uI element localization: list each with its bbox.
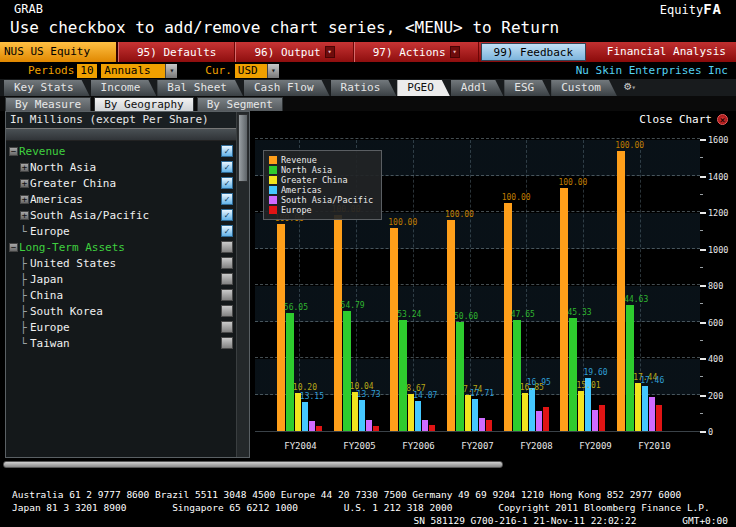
- tree-item-label: Taiwan: [30, 337, 70, 350]
- bar-europe: [486, 420, 492, 431]
- y-axis-label: 1000: [708, 245, 728, 255]
- menu-bar: NUS US Equity 95) Defaults96) Output▾97)…: [0, 42, 736, 62]
- horizontal-scrollbar[interactable]: [3, 461, 503, 468]
- menu-button-95-defaults[interactable]: 95) Defaults: [118, 42, 235, 62]
- menu-button-label: 95) Defaults: [137, 46, 216, 59]
- collapse-icon[interactable]: −: [9, 243, 18, 252]
- tree-item-china[interactable]: ├China: [6, 287, 236, 303]
- tab-addl[interactable]: Addl: [451, 80, 504, 96]
- y-axis-tick: 0: [700, 427, 713, 437]
- currency-select[interactable]: USD: [235, 64, 267, 78]
- chevron-down-icon[interactable]: ▾: [267, 64, 279, 78]
- menu-button-label: 99) Feedback: [494, 46, 573, 59]
- expand-icon[interactable]: +: [20, 211, 29, 220]
- chevron-down-icon[interactable]: ▾: [450, 46, 460, 58]
- x-axis-label: FY2006: [389, 441, 448, 451]
- instruction-message: Use checkbox to add/remove chart series,…: [0, 16, 736, 42]
- checkbox-south-korea[interactable]: [221, 305, 233, 317]
- ticker-input[interactable]: NUS US Equity: [0, 42, 118, 62]
- expand-icon[interactable]: +: [20, 163, 29, 172]
- menu-button-97-actions[interactable]: 97) Actions▾: [354, 42, 479, 62]
- settings-gear-icon[interactable]: ⚙▾: [624, 78, 636, 96]
- checkbox-long-term-assets[interactable]: [221, 241, 233, 253]
- periods-input[interactable]: 10: [77, 64, 97, 78]
- menu-button-row: 95) Defaults96) Output▾97) Actions▾99) F…: [118, 42, 588, 62]
- tab-income[interactable]: Income: [91, 80, 157, 96]
- tree-item-south-korea[interactable]: ├South Korea: [6, 303, 236, 319]
- chevron-down-icon[interactable]: ▾: [325, 46, 335, 58]
- tree-item-americas[interactable]: +Americas✓: [6, 191, 236, 207]
- tree-item-long-term-assets[interactable]: −Long-Term Assets: [6, 239, 236, 255]
- bars: 100.0053.248.6714.87: [384, 140, 441, 431]
- tick-mark: [700, 285, 706, 287]
- tree-item-taiwan[interactable]: └Taiwan: [6, 335, 236, 351]
- tree-item-japan[interactable]: ├Japan: [6, 271, 236, 287]
- tree-item-south-asia-pacific[interactable]: +South Asia/Pacific✓: [6, 207, 236, 223]
- bar-europe: [429, 425, 435, 431]
- bar-wrap: 8.67: [408, 140, 414, 431]
- menu-button-99-feedback[interactable]: 99) Feedback: [481, 43, 586, 61]
- bar-wrap: 100.00: [504, 140, 512, 431]
- expand-icon[interactable]: +: [20, 195, 29, 204]
- y-axis-label: 400: [708, 354, 723, 364]
- checkbox-japan[interactable]: [221, 273, 233, 285]
- minor-tick: [700, 230, 703, 231]
- bar-south-asia-pacific: [366, 420, 372, 431]
- bar-europe: [543, 407, 549, 431]
- chevron-down-icon[interactable]: ▾: [165, 64, 177, 78]
- bar-europe: [599, 405, 605, 431]
- checkbox-europe[interactable]: ✓: [221, 225, 233, 237]
- menu-button-96-output[interactable]: 96) Output▾: [235, 42, 353, 62]
- legend-swatch: [269, 186, 277, 194]
- frequency-select[interactable]: Annuals: [101, 64, 165, 78]
- tab-row: Key StatsIncomeBal SheetCash FlowRatiosP…: [0, 79, 736, 96]
- bar-label: 13.15: [300, 392, 324, 401]
- company-name: Nu Skin Enterprises Inc: [576, 64, 736, 77]
- panel-subheader: [6, 129, 236, 141]
- tab-ratios[interactable]: Ratios: [331, 80, 397, 96]
- tab-cash-flow[interactable]: Cash Flow: [244, 80, 330, 96]
- checkbox-americas[interactable]: ✓: [221, 193, 233, 205]
- close-chart-button[interactable]: Close Chart ×: [639, 113, 728, 126]
- bar-south-asia-pacific: [536, 411, 542, 431]
- bar-label: 100.00: [502, 193, 531, 202]
- bar-wrap: 17.46: [642, 140, 648, 431]
- tree-item-europe[interactable]: └Europe✓: [6, 223, 236, 239]
- tab-custom[interactable]: Custom: [551, 80, 617, 96]
- collapse-icon[interactable]: −: [9, 147, 18, 156]
- bar-south-asia-pacific: [592, 410, 598, 431]
- checkbox-south-asia-pacific[interactable]: ✓: [221, 209, 233, 221]
- checkbox-united-states[interactable]: [221, 257, 233, 269]
- tab-bal-sheet[interactable]: Bal Sheet: [157, 80, 243, 96]
- subtab-by-segment[interactable]: By Segment: [197, 97, 283, 112]
- function-name: GRAB: [14, 2, 43, 16]
- bar-wrap: 100.00: [390, 140, 398, 431]
- checkbox-china[interactable]: [221, 289, 233, 301]
- tree-item-europe[interactable]: ├Europe: [6, 319, 236, 335]
- tab-pgeo[interactable]: PGEO: [397, 80, 450, 96]
- bar-label: 19.60: [583, 368, 607, 377]
- close-icon[interactable]: ×: [717, 114, 728, 125]
- tree-item-united-states[interactable]: ├United States: [6, 255, 236, 271]
- subtab-by-measure[interactable]: By Measure: [5, 97, 91, 112]
- expand-icon[interactable]: +: [20, 179, 29, 188]
- bar-wrap: 100.00: [560, 140, 568, 431]
- tree-item-north-asia[interactable]: +North Asia✓: [6, 159, 236, 175]
- checkbox-taiwan[interactable]: [221, 337, 233, 349]
- checkbox-revenue[interactable]: ✓: [221, 145, 233, 157]
- bar-north-asia: [513, 320, 521, 431]
- tree-item-greater-china[interactable]: +Greater China✓: [6, 175, 236, 191]
- x-axis-label: FY2008: [507, 441, 566, 451]
- checkbox-north-asia[interactable]: ✓: [221, 161, 233, 173]
- checkbox-europe[interactable]: [221, 321, 233, 333]
- x-axis-label: FY2009: [566, 441, 625, 451]
- checkbox-greater-china[interactable]: ✓: [221, 177, 233, 189]
- tree-item-revenue[interactable]: −Revenue✓: [6, 143, 236, 159]
- subtab-by-geography[interactable]: By Geography: [94, 97, 193, 112]
- tab-key-stats[interactable]: Key Stats: [4, 80, 90, 96]
- sidebar-scrollbar[interactable]: [236, 112, 249, 457]
- bar-revenue: [277, 224, 285, 432]
- tab-esg[interactable]: ESG: [504, 80, 550, 96]
- scrollbar-thumb[interactable]: [238, 114, 248, 182]
- bar-group-fy2007: 100.0050.607.7417.71: [441, 140, 498, 431]
